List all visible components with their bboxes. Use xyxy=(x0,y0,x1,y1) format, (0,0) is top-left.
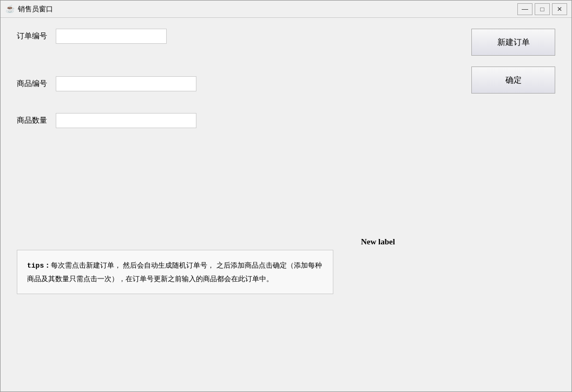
order-number-input[interactable] xyxy=(56,29,167,44)
product-number-label: 商品编号 xyxy=(17,79,49,89)
minimize-button[interactable]: — xyxy=(517,3,532,15)
tips-box: tips：每次需点击新建订单， 然后会自动生成随机订单号， 之后添加商品点击确定… xyxy=(17,250,333,294)
product-quantity-row: 商品数量 xyxy=(17,113,555,128)
product-quantity-label: 商品数量 xyxy=(17,116,49,125)
app-icon: ☕ xyxy=(5,4,15,14)
maximize-button[interactable]: □ xyxy=(535,3,550,15)
title-bar-controls: — □ ✕ xyxy=(517,3,567,15)
product-quantity-input[interactable] xyxy=(56,113,196,128)
main-window: ☕ 销售员窗口 — □ ✕ 订单编号 新建订单 确定 商品编号 xyxy=(0,0,572,392)
title-bar: ☕ 销售员窗口 — □ ✕ xyxy=(1,1,571,18)
window-title: 销售员窗口 xyxy=(18,4,53,14)
close-button[interactable]: ✕ xyxy=(552,3,567,15)
content-area: 订单编号 新建订单 确定 商品编号 商品数量 tips：每次需点击新建订单， 然… xyxy=(1,18,571,391)
tips-content: 每次需点击新建订单， 然后会自动生成随机订单号， 之后添加商品点击确定（添加每种… xyxy=(27,261,322,282)
title-bar-left: ☕ 销售员窗口 xyxy=(5,4,53,14)
product-number-input[interactable] xyxy=(56,76,196,91)
new-label: New label xyxy=(361,237,395,247)
confirm-button[interactable]: 确定 xyxy=(471,67,555,94)
new-order-button[interactable]: 新建订单 xyxy=(471,29,555,56)
tips-keyword: tips： xyxy=(27,262,51,270)
order-number-label: 订单编号 xyxy=(17,31,49,41)
